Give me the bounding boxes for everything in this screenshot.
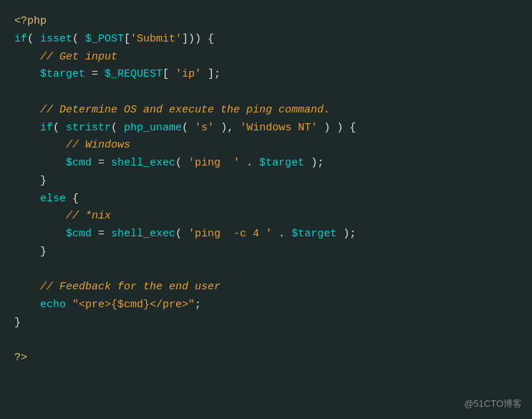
code-line: if( isset( $_POST['Submit'])) { bbox=[14, 31, 518, 49]
code-token-plain: } bbox=[14, 175, 47, 187]
code-token-plain: = bbox=[92, 228, 111, 240]
code-token-plain bbox=[14, 157, 66, 169]
code-line: } bbox=[14, 244, 518, 261]
code-token-function: php_uname bbox=[124, 122, 182, 134]
code-token-plain: ), bbox=[214, 122, 240, 134]
code-line bbox=[14, 261, 518, 279]
code-token-plain: [ bbox=[163, 68, 175, 80]
code-token-comment: // *nix bbox=[66, 210, 111, 222]
code-token-plain: ( bbox=[53, 122, 66, 134]
code-token-plain: . bbox=[240, 157, 259, 169]
code-line: } bbox=[14, 314, 518, 332]
code-token-string: 'ping -c 4 ' bbox=[188, 228, 272, 240]
code-token-variable: $target bbox=[291, 228, 337, 240]
code-token-plain: . bbox=[272, 228, 291, 240]
code-line: $cmd = shell_exec( 'ping -c 4 ' . $targe… bbox=[14, 226, 518, 244]
code-token-plain bbox=[14, 68, 40, 80]
code-token-keyword: else bbox=[40, 193, 66, 205]
code-token-superglobal: $_POST bbox=[85, 33, 124, 45]
code-line bbox=[14, 84, 518, 102]
code-token-tag: <?php bbox=[14, 15, 47, 27]
code-token-string: 'ping ' bbox=[188, 157, 240, 169]
code-token-plain bbox=[14, 228, 66, 240]
code-token-comment: // Get input bbox=[40, 51, 117, 63]
code-token-plain bbox=[14, 210, 66, 222]
watermark: @51CTO博客 bbox=[464, 398, 522, 410]
code-token-comment: // Feedback for the end user bbox=[40, 281, 221, 293]
code-token-plain bbox=[14, 193, 40, 205]
code-token-plain: } bbox=[14, 246, 47, 258]
code-token-plain: ( bbox=[182, 122, 195, 134]
code-token-plain: ) ) { bbox=[317, 122, 356, 134]
code-token-plain: ); bbox=[304, 157, 324, 169]
code-token-variable: $target bbox=[259, 157, 304, 169]
code-token-plain bbox=[14, 139, 66, 151]
code-line: $cmd = shell_exec( 'ping ' . $target ); bbox=[14, 155, 518, 173]
code-token-plain: [ bbox=[124, 33, 130, 45]
code-token-plain bbox=[14, 299, 40, 311]
code-token-variable: $cmd bbox=[66, 228, 92, 240]
code-token-comment: // Windows bbox=[66, 139, 130, 151]
code-token-plain bbox=[14, 281, 40, 293]
code-token-plain bbox=[14, 104, 40, 116]
code-line: ?> bbox=[14, 350, 518, 367]
code-token-superglobal: $_REQUEST bbox=[105, 68, 163, 80]
code-token-plain: { bbox=[66, 193, 79, 205]
code-line: // Feedback for the end user bbox=[14, 279, 518, 297]
code-token-plain: ( bbox=[111, 122, 124, 134]
code-token-plain: ]; bbox=[201, 68, 221, 80]
code-token-function: isset bbox=[40, 33, 72, 45]
code-line: // Get input bbox=[14, 49, 518, 67]
code-token-function: shell_exec bbox=[111, 157, 175, 169]
code-token-function: stristr bbox=[66, 122, 111, 134]
code-line: if( stristr( php_uname( 's' ), 'Windows … bbox=[14, 120, 518, 138]
code-token-string: 'Submit' bbox=[130, 33, 182, 45]
code-token-keyword: if bbox=[40, 122, 53, 134]
code-line: // *nix bbox=[14, 208, 518, 226]
code-token-plain: ( bbox=[175, 228, 188, 240]
code-line: $target = $_REQUEST[ 'ip' ]; bbox=[14, 66, 518, 84]
code-token-plain bbox=[66, 299, 72, 311]
code-token-plain: ])) { bbox=[182, 33, 214, 45]
code-token-keyword: echo bbox=[40, 299, 66, 311]
code-token-plain: ( bbox=[175, 157, 188, 169]
code-token-comment: // Determine OS and execute the ping com… bbox=[40, 104, 330, 116]
code-token-plain: ; bbox=[195, 299, 201, 311]
code-line: <?php bbox=[14, 13, 518, 31]
code-token-variable: $cmd bbox=[66, 157, 92, 169]
code-line: // Windows bbox=[14, 137, 518, 155]
code-block: <?phpif( isset( $_POST['Submit'])) { // … bbox=[0, 0, 532, 380]
code-token-string: 'ip' bbox=[175, 68, 201, 80]
code-token-plain: = bbox=[85, 68, 105, 80]
code-line: // Determine OS and execute the ping com… bbox=[14, 102, 518, 120]
code-line: else { bbox=[14, 191, 518, 208]
code-token-string: "<pre>{$cmd}</pre>" bbox=[72, 299, 195, 311]
code-token-plain bbox=[14, 51, 40, 63]
code-line: } bbox=[14, 173, 518, 191]
code-token-function: shell_exec bbox=[111, 228, 175, 240]
code-token-plain: } bbox=[14, 317, 21, 329]
code-line bbox=[14, 332, 518, 350]
code-token-plain bbox=[14, 122, 40, 134]
code-token-variable: $target bbox=[40, 68, 85, 80]
code-token-plain: ( bbox=[27, 33, 40, 45]
code-line: echo "<pre>{$cmd}</pre>"; bbox=[14, 297, 518, 314]
code-token-tag: ?> bbox=[14, 352, 27, 364]
code-token-plain: = bbox=[92, 157, 111, 169]
code-token-string: 's' bbox=[195, 122, 214, 134]
code-token-plain: ); bbox=[337, 228, 356, 240]
code-token-string: 'Windows NT' bbox=[240, 122, 317, 134]
code-token-plain: ( bbox=[72, 33, 85, 45]
code-token-keyword: if bbox=[14, 33, 27, 45]
